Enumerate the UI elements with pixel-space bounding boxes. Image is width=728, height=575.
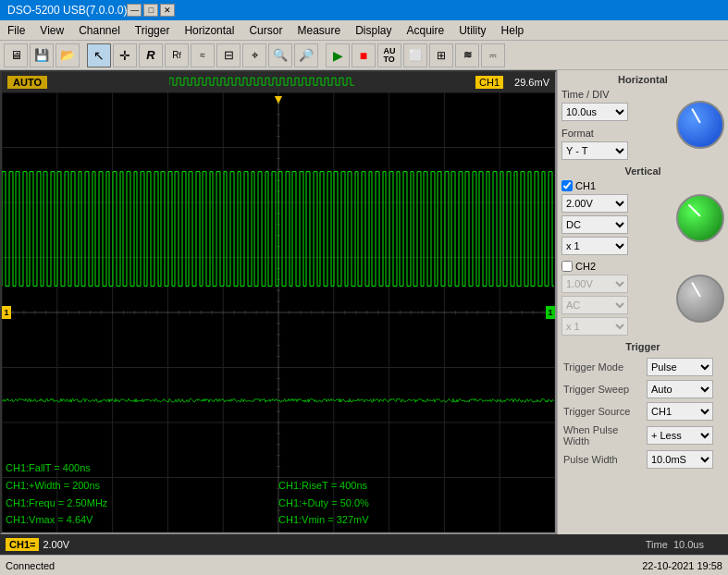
ch1-knob-area — [676, 194, 724, 242]
datetime-display: 22-10-2021 19:58 — [642, 560, 722, 571]
connection-status: Connected — [6, 560, 642, 571]
trigger-when-select[interactable]: + Less + Greater - Less — [647, 426, 713, 445]
trigger-source-select[interactable]: CH1 CH2 — [647, 402, 713, 421]
trigger-mode-select[interactable]: Pulse Edge — [647, 358, 713, 376]
ch1-right-marker[interactable]: 1 — [546, 306, 555, 319]
trigger-source-label: Trigger Source — [561, 400, 645, 422]
time-div-select[interactable]: 10.0us — [561, 103, 628, 121]
trigger-pulsewidth-select[interactable]: 10.0mS — [647, 450, 713, 469]
ch1-knob[interactable] — [676, 194, 724, 242]
menu-help[interactable]: Help — [494, 22, 532, 39]
ch1-coupling-select[interactable]: DC AC GND — [561, 215, 628, 234]
ch2-probe-select[interactable]: x 1 — [561, 317, 628, 336]
menu-acquire[interactable]: Acquire — [400, 22, 452, 39]
ch1-controls: CH1 2.00V DC AC GND x 1 x 10 — [561, 180, 724, 255]
horizontal-title: Horizontal — [561, 74, 724, 85]
right-panel: Horizontal Time / DIV 10.0us Format Y - … — [557, 70, 728, 534]
measurements-left: CH1:FallT = 400ns CH1:+Width = 200ns CH1… — [6, 459, 107, 529]
ch2-checkbox-label[interactable]: CH2 — [561, 261, 671, 272]
menu-utility[interactable]: Utility — [451, 22, 493, 39]
format-select[interactable]: Y - T X - Y — [561, 141, 628, 160]
menu-horizontal[interactable]: Horizontal — [177, 22, 241, 39]
tb-cursor-cross[interactable]: ✛ — [113, 43, 137, 67]
horizontal-section: Horizontal Time / DIV 10.0us Format Y - … — [561, 74, 724, 160]
tb-invert[interactable]: ⊟ — [216, 43, 241, 67]
tb-scope[interactable]: ⌖ — [242, 43, 266, 67]
ch2-knob[interactable] — [676, 275, 724, 323]
ch2-coupling-select[interactable]: AC DC — [561, 296, 628, 314]
ch1-level-marker[interactable]: 1 — [2, 306, 11, 319]
tb-zoom-out[interactable]: 🔎 — [294, 43, 318, 67]
menu-trigger[interactable]: Trigger — [128, 22, 178, 39]
ch2-knob-area — [676, 275, 724, 323]
tb-auto[interactable]: AUTO — [377, 43, 401, 67]
meas-frequ: CH1:Frequ = 2.50MHz — [6, 495, 107, 512]
ch1-checkbox-label[interactable]: CH1 — [561, 180, 671, 191]
app-title: DSO-5200 USB(7.0.0.0) — [7, 4, 127, 17]
vertical-title: Vertical — [561, 165, 724, 177]
menu-channel[interactable]: Channel — [71, 22, 128, 39]
vertical-section: Vertical CH1 2.00V DC AC GND — [561, 165, 724, 336]
trigger-when-label: When Pulse Width — [561, 422, 645, 448]
tb-stop[interactable]: ■ — [352, 43, 376, 67]
tb-run[interactable]: ▶ — [326, 43, 350, 67]
maximize-button[interactable]: □ — [143, 4, 158, 17]
tb-R[interactable]: R — [139, 43, 163, 67]
scope-top-bar: AUTO CH1 29.6mV — [2, 72, 555, 92]
tb-fft[interactable]: ≋ — [455, 43, 479, 67]
tb-measure-icon[interactable]: ⊞ — [429, 43, 453, 67]
ch1-label: CH1 — [575, 180, 596, 191]
tb-single[interactable]: ⬜ — [403, 43, 427, 67]
ch2-checkbox[interactable] — [561, 261, 573, 272]
ch2-voltage-select[interactable]: 1.00V — [561, 275, 628, 293]
ch1-voltage-select[interactable]: 2.00V — [561, 194, 628, 213]
horizontal-knob[interactable] — [676, 101, 724, 149]
tb-zoom-in[interactable]: 🔍 — [268, 43, 292, 67]
main-area: AUTO CH1 29.6mV 1 1 ▼ CH1:FallT = 400ns … — [0, 70, 728, 534]
scope-canvas-area[interactable]: 1 1 ▼ CH1:FallT = 400ns CH1:+Width = 200… — [2, 92, 555, 532]
tb-save[interactable]: 💾 — [30, 43, 54, 67]
ch1-selects: CH1 2.00V DC AC GND x 1 x 10 — [561, 180, 671, 255]
menu-display[interactable]: Display — [348, 22, 399, 39]
ch1-checkbox[interactable] — [561, 180, 573, 191]
ch2-knob-indicator — [691, 281, 701, 297]
ch2-label: CH2 — [575, 261, 596, 272]
ch1-badge: CH1 — [475, 76, 503, 89]
menu-cursor[interactable]: Cursor — [241, 22, 290, 39]
tb-usb[interactable]: ⎓ — [481, 43, 505, 67]
trigger-mode-label: Trigger Mode — [561, 356, 645, 378]
title-bar: DSO-5200 USB(7.0.0.0) — □ ✕ — [0, 0, 728, 20]
scope-display: AUTO CH1 29.6mV 1 1 ▼ CH1:FallT = 400ns … — [0, 70, 557, 534]
menu-file[interactable]: File — [0, 22, 32, 39]
measurements-right: CH1:RiseT = 400ns CH1:+Duty = 50.0% CH1:… — [278, 477, 369, 529]
tb-ref[interactable]: Rf — [165, 43, 189, 67]
meas-vmin: CH1:Vmin = 327mV — [278, 511, 369, 529]
menu-measure[interactable]: Measure — [290, 22, 348, 39]
close-button[interactable]: ✕ — [160, 4, 175, 17]
tb-cursor-arrow[interactable]: ↖ — [87, 43, 111, 67]
trigger-sweep-select[interactable]: Auto Normal Single — [647, 380, 713, 398]
horizontal-controls: Time / DIV 10.0us Format Y - T X - Y — [561, 89, 724, 160]
tb-open[interactable]: 📂 — [56, 43, 80, 67]
menu-view[interactable]: View — [32, 22, 71, 39]
status-bar: CH1= 2.00V Time 10.0us — [0, 534, 728, 555]
tb-new[interactable]: 🖥 — [4, 43, 28, 67]
minimize-button[interactable]: — — [127, 4, 142, 17]
ch1-knob-indicator — [688, 203, 701, 216]
statusbar-ch1-label: CH1= — [6, 538, 39, 551]
meas-riset: CH1:RiseT = 400ns — [278, 477, 369, 495]
statusbar-time-label: Time 10.0us — [646, 539, 704, 550]
trigger-section: Trigger Trigger Mode Pulse Edge Trigger … — [561, 341, 724, 471]
trigger-pulsewidth-row: Pulse Width 10.0mS — [561, 448, 724, 471]
menu-bar: File View Channel Trigger Horizontal Cur… — [0, 20, 728, 41]
tb-math[interactable]: ≈ — [191, 43, 215, 67]
format-label: Format — [561, 128, 671, 139]
signal-preview — [55, 75, 468, 90]
trigger-title: Trigger — [561, 341, 724, 352]
trigger-table: Trigger Mode Pulse Edge Trigger Sweep Au… — [561, 356, 724, 471]
horizontal-selects: Time / DIV 10.0us Format Y - T X - Y — [561, 89, 671, 160]
window-controls: — □ ✕ — [127, 4, 175, 17]
statusbar-voltage: 2.00V — [43, 539, 69, 550]
trigger-sweep-row: Trigger Sweep Auto Normal Single — [561, 378, 724, 400]
ch1-probe-select[interactable]: x 1 x 10 — [561, 237, 628, 255]
